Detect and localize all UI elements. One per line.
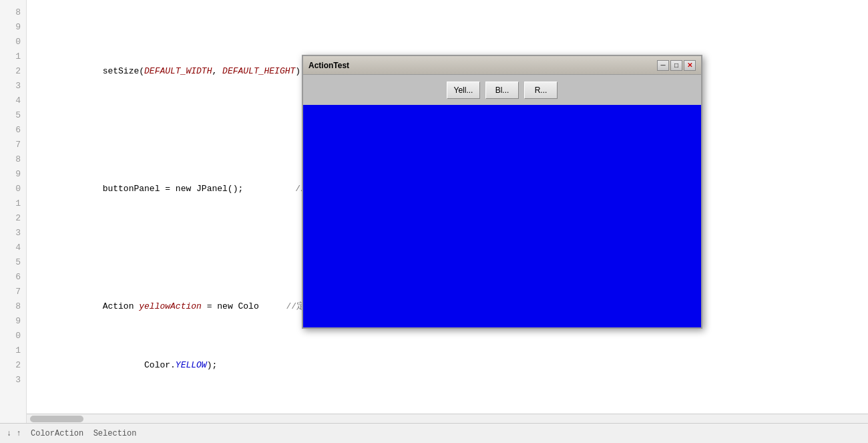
close-button[interactable]: ✕	[684, 60, 696, 71]
yellow-action-button[interactable]: Yell...	[447, 82, 480, 99]
swing-canvas	[303, 105, 701, 327]
status-right: Selection	[93, 429, 137, 438]
red-action-button[interactable]: R...	[524, 82, 558, 99]
swing-button-panel: Yell... Bl... R...	[303, 75, 701, 105]
status-middle: ColorAction	[31, 429, 83, 438]
status-left: ↓ ↑	[7, 429, 21, 438]
line-numbers: 8 9 0 1 2 3 4 5 6 7 8 9 0 1 2 3 4 5 6 7 …	[0, 0, 27, 423]
swing-window-controls: ─ □ ✕	[657, 60, 696, 71]
code-line: Color.YELLOW);	[40, 343, 855, 358]
horizontal-scrollbar[interactable]	[27, 414, 868, 423]
minimize-button[interactable]: ─	[657, 60, 669, 71]
status-bar: ↓ ↑ ColorAction Selection	[0, 423, 868, 443]
scrollbar-thumb[interactable]	[30, 416, 83, 422]
swing-window: ActionTest ─ □ ✕ Yell... Bl... R...	[302, 55, 702, 329]
swing-window-title: ActionTest	[308, 61, 349, 70]
blue-action-button[interactable]: Bl...	[485, 82, 519, 99]
swing-body: Yell... Bl... R...	[303, 75, 701, 327]
swing-titlebar: ActionTest ─ □ ✕	[303, 56, 701, 75]
maximize-button[interactable]: □	[670, 60, 682, 71]
